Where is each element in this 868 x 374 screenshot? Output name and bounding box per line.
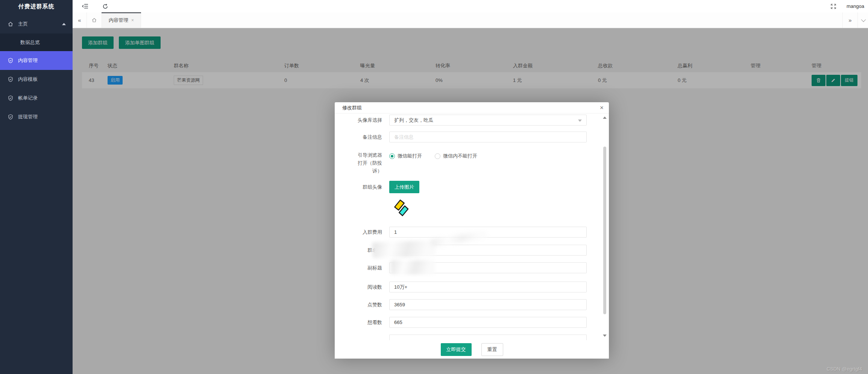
tab-label: 内容管理 — [109, 17, 128, 24]
upload-image-button[interactable]: 上传图片 — [389, 181, 419, 193]
sidebar: 付费进群系统 主页 数据总览 内容管理 — [0, 0, 73, 374]
topbar: mangoa — [73, 0, 868, 12]
tab-home[interactable] — [87, 12, 102, 28]
tabs-scroll-left-button[interactable]: « — [73, 12, 87, 28]
sidebar-item-data-overview[interactable]: 数据总览 — [0, 33, 73, 51]
app-window: 付费进群系统 主页 数据总览 内容管理 — [0, 0, 868, 374]
sidebar-item-content-template[interactable]: 内容模板 — [0, 70, 73, 89]
shield-check-icon — [8, 114, 14, 120]
tab-close-icon[interactable]: × — [131, 18, 134, 23]
avatar-library-value: 扩列，交友，吃瓜 — [394, 117, 433, 123]
group-avatar-label: 群组头像 — [355, 181, 382, 193]
censor-blur-patch — [391, 260, 435, 274]
modal-title: 修改群组 — [342, 105, 362, 111]
app-title: 付费进群系统 — [0, 0, 73, 13]
like-count-label: 点赞数 — [355, 299, 382, 310]
tab-content-management[interactable]: 内容管理 × — [102, 12, 141, 28]
avatar-logo-graphic — [392, 198, 409, 217]
sidebar-item-billing-records[interactable]: 帐单记录 — [0, 89, 73, 108]
sidebar-item-withdrawal-management[interactable]: 提现管理 — [0, 108, 73, 126]
submit-button[interactable]: 立即提交 — [441, 343, 472, 356]
shield-check-icon — [8, 95, 14, 101]
chevron-down-icon — [861, 17, 866, 22]
refresh-icon[interactable] — [102, 3, 109, 10]
collapse-menu-icon[interactable] — [82, 3, 88, 10]
scroll-up-arrow[interactable] — [603, 117, 607, 119]
scroll-down-arrow[interactable] — [603, 335, 607, 337]
radio-label: 微信内不能打开 — [443, 153, 477, 159]
join-fee-label: 入群费用 — [355, 227, 382, 238]
home-icon — [91, 17, 97, 23]
tabbar-spacer — [141, 12, 842, 28]
want-count-input[interactable] — [389, 317, 587, 328]
sidebar-item-content-management[interactable]: 内容管理 — [0, 51, 73, 70]
remark-label: 备注信息 — [355, 132, 382, 142]
sidebar-item-label: 主页 — [18, 21, 28, 27]
watermark: CSDN @egrtgf4 — [827, 366, 862, 372]
join-fee-input[interactable] — [389, 227, 587, 238]
radio-wechat-can-open[interactable]: 微信能打开 — [389, 153, 422, 159]
tabs-menu-button[interactable] — [857, 12, 868, 28]
modal-body: 头像库选择 扩列，交友，吃瓜 备注信息 引导浏览器打开（防投诉） 微信能打开 微… — [335, 114, 609, 340]
next-field-partial — [389, 335, 587, 340]
sidebar-item-label: 帐单记录 — [18, 95, 38, 101]
username[interactable]: mangoa — [847, 3, 864, 9]
browser-guide-radio-group: 微信能打开 微信内不能打开 — [389, 153, 477, 159]
tab-bar: « 内容管理 × » — [73, 12, 868, 28]
sidebar-item-label: 数据总览 — [20, 39, 40, 45]
read-count-label: 阅读数 — [355, 282, 382, 292]
modal-scrollbar — [602, 114, 607, 339]
remark-input[interactable] — [389, 132, 587, 142]
home-icon — [8, 21, 14, 27]
radio-wechat-cannot-open[interactable]: 微信内不能打开 — [435, 153, 477, 159]
sidebar-item-label: 提现管理 — [18, 114, 38, 120]
browser-guide-label: 引导浏览器打开（防投诉） — [355, 151, 382, 175]
close-icon[interactable]: × — [600, 102, 604, 114]
caret-up-icon — [62, 23, 66, 25]
sidebar-item-label: 内容模板 — [18, 76, 38, 83]
shield-check-icon — [8, 76, 14, 82]
fullscreen-icon[interactable] — [830, 3, 837, 10]
reset-button[interactable]: 重置 — [481, 343, 503, 356]
radio-label: 微信能打开 — [398, 153, 422, 159]
want-count-label: 想看数 — [355, 317, 382, 328]
avatar-library-select[interactable]: 扩列，交友，吃瓜 — [389, 115, 587, 126]
modal-footer: 立即提交 重置 — [335, 340, 609, 359]
shield-check-icon — [8, 58, 14, 64]
censor-blur-patch — [372, 240, 436, 258]
sidebar-item-home[interactable]: 主页 — [0, 15, 73, 33]
read-count-input[interactable] — [389, 282, 587, 292]
radio-unselected-icon — [435, 153, 440, 159]
like-count-input[interactable] — [389, 299, 587, 310]
group-avatar-image — [392, 198, 409, 217]
modal-header: 修改群组 × — [335, 102, 609, 114]
scrollbar-thumb[interactable] — [603, 147, 606, 314]
avatar-library-label: 头像库选择 — [355, 115, 382, 126]
radio-selected-icon — [389, 153, 395, 159]
edit-group-modal: 修改群组 × 头像库选择 扩列，交友，吃瓜 备注信息 引导浏览器打开（防投诉） … — [335, 102, 609, 359]
chevron-down-icon — [578, 120, 582, 122]
sidebar-item-label: 内容管理 — [18, 57, 38, 64]
subtitle-label: 副标题 — [355, 262, 382, 273]
tabs-scroll-right-button[interactable]: » — [842, 12, 857, 28]
